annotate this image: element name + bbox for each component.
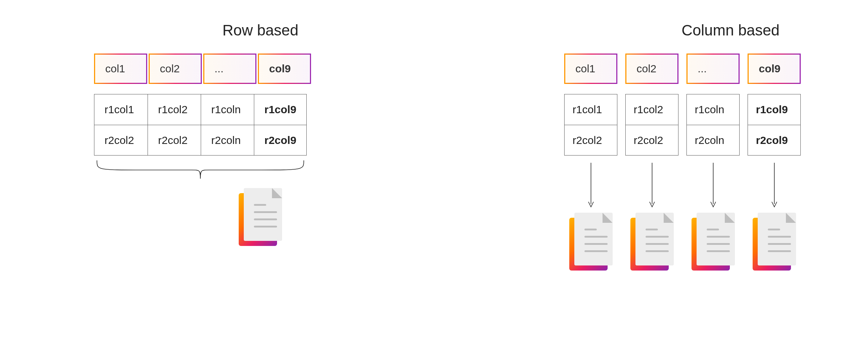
file-icon <box>692 213 735 271</box>
file-icon-cell <box>625 213 678 271</box>
body-cell: r1col2 <box>626 94 678 125</box>
column-based-files <box>564 213 868 271</box>
body-cell: r2col9 <box>748 125 800 155</box>
body-cell: r1col1 <box>94 94 148 125</box>
file-icon <box>630 213 674 271</box>
row-based-header-row: col1 col2 ... col9 <box>94 54 427 84</box>
column-based-panel: Column based col1 col2 ... col9 r1col1 r… <box>564 22 868 271</box>
body-cell: r1col2 <box>148 94 201 125</box>
arrow-down-icon <box>686 161 740 208</box>
row-based-panel: Row based col1 col2 ... col9 r1col1 r1co… <box>94 22 427 247</box>
body-cell: r1col9 <box>748 94 800 125</box>
body-cell: r2col9 <box>254 125 307 155</box>
file-icon-cell <box>748 213 801 271</box>
file-icon <box>753 213 796 271</box>
table-row: r1col1 r1col2 r1coln r1col9 <box>94 94 306 125</box>
column-group: r1coln r2coln <box>686 94 740 156</box>
grouping-brace-icon <box>94 159 427 181</box>
arrow-down-icon <box>564 161 617 208</box>
column-group: r1col2 r2col2 <box>625 94 678 156</box>
column-group: r1col9 r2col9 <box>748 94 801 156</box>
row-based-file <box>94 188 427 247</box>
body-cell: r2coln <box>687 125 739 155</box>
arrow-row <box>564 161 868 208</box>
body-cell: r1col1 <box>565 94 617 125</box>
column-group: r1col1 r2col2 <box>564 94 617 156</box>
header-cell: col9 <box>748 54 801 84</box>
file-icon <box>239 188 282 246</box>
header-cell: col2 <box>149 54 202 84</box>
arrow-down-icon <box>748 161 801 208</box>
body-cell: r1coln <box>201 94 254 125</box>
body-cell: r1coln <box>687 94 739 125</box>
body-cell: r2col2 <box>626 125 678 155</box>
table-row: r2col2 r2col2 r2coln r2col9 <box>94 125 306 155</box>
header-cell: ... <box>686 54 740 84</box>
row-based-body: r1col1 r1col2 r1coln r1col9 r2col2 r2col… <box>94 94 307 156</box>
arrow-down-icon <box>625 161 678 208</box>
body-cell: r2col2 <box>94 125 148 155</box>
header-cell: ... <box>203 54 256 84</box>
column-based-body: r1col1 r2col2 r1col2 r2col2 r1coln r2col… <box>564 94 868 156</box>
file-icon <box>569 213 613 271</box>
body-cell: r2col2 <box>565 125 617 155</box>
file-icon-cell <box>564 213 617 271</box>
header-cell: col9 <box>258 54 311 84</box>
column-based-header-row: col1 col2 ... col9 <box>564 54 868 84</box>
file-icon-cell <box>686 213 740 271</box>
row-based-title: Row based <box>94 22 427 39</box>
column-based-title: Column based <box>564 22 868 39</box>
header-cell: col2 <box>625 54 678 84</box>
header-cell: col1 <box>94 54 147 84</box>
header-cell: col1 <box>564 54 617 84</box>
body-cell: r2col2 <box>148 125 201 155</box>
body-cell: r1col9 <box>254 94 307 125</box>
body-cell: r2coln <box>201 125 254 155</box>
